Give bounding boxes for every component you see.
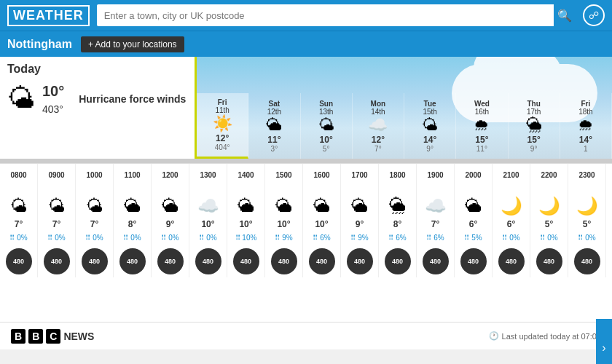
- forecast-icon: 🌧: [578, 116, 594, 135]
- bbc-b2: B: [28, 329, 43, 344]
- bbc-b1: B: [11, 329, 26, 344]
- search-button[interactable]: 🔍: [554, 4, 576, 26]
- hourly-scroll: 0800 🌤 7° ⠿ 0% 480 0900 🌤 7° ⠿ 0% 480 10…: [0, 164, 612, 277]
- hour-col-14: 2200 🌙 5° ⠿ 0% 480: [530, 164, 568, 277]
- footer: B B C NEWS 🕐 Last updated today at 07:00: [0, 322, 612, 349]
- scroll-right-arrow[interactable]: ›: [596, 319, 612, 364]
- forecast-strip: Fri 11th ☀️ 12° 404° Sat 12th 🌥 11° 3° S…: [197, 93, 612, 159]
- hour-col-8: 1600 🌥 10° ⠿ 6% 480: [303, 164, 341, 277]
- hour-icon: 🌥: [465, 193, 482, 219]
- hour-temp: 7°: [52, 219, 60, 234]
- forecast-low: 9°: [530, 145, 538, 153]
- hour-rain: ⠿ 9%: [350, 234, 368, 247]
- forecast-day-3[interactable]: Mon 14th ☁️ 12° 7°: [353, 93, 404, 159]
- hour-temp: 10°: [277, 219, 290, 234]
- hour-time: 0800: [10, 167, 26, 183]
- hour-rain: ⠿ 0%: [161, 234, 178, 247]
- location-icon-btn[interactable]: ☍: [583, 4, 605, 26]
- forecast-day-0[interactable]: Fri 11th ☀️ 12° 404°: [197, 93, 248, 159]
- hour-col-15: 2300 🌙 5° ⠿ 0% 480: [568, 164, 606, 277]
- header: WEATHER 🔍 ☍: [0, 0, 612, 31]
- last-updated: 🕐 Last updated today at 07:00: [489, 331, 601, 341]
- hour-rain: ⠿ 0%: [578, 234, 595, 247]
- forecast-day-1[interactable]: Sat 12th 🌥 11° 3°: [248, 93, 300, 159]
- hour-col-11: 1900 ☁️ 7° ⠿ 6% 480: [417, 164, 455, 277]
- forecast-day-name: Thu: [527, 100, 540, 108]
- forecast-day-date: 14th: [371, 108, 385, 116]
- forecast-day-date: 17th: [527, 108, 541, 116]
- forecast-icon: 🌤: [422, 116, 438, 135]
- hour-wind: 480: [157, 248, 184, 274]
- hour-time: 1800: [389, 167, 405, 183]
- forecast-low: 7°: [374, 145, 382, 153]
- hour-rain: ⠿ 0%: [540, 234, 557, 247]
- forecast-day-5[interactable]: Wed 16th 🌧 15° 11°: [456, 93, 508, 159]
- hour-rain: ⠿ 0%: [85, 234, 103, 247]
- hourly-section[interactable]: 0800 🌤 7° ⠿ 0% 480 0900 🌤 7° ⠿ 0% 480 10…: [0, 163, 612, 322]
- main-content: Today 🌤 10° 403° Hurricane force winds F…: [0, 57, 612, 159]
- forecast-day-date: 15th: [423, 108, 436, 116]
- hour-temp: 8°: [393, 219, 401, 234]
- hour-icon: 🌥: [313, 193, 331, 219]
- hour-temp: 9°: [356, 219, 364, 234]
- hour-rain: ⠿ 0%: [123, 234, 141, 247]
- forecast-icon: ☁️: [368, 116, 388, 135]
- forecast-icon: 🌦: [526, 116, 542, 135]
- forecast-day-2[interactable]: Sun 13th 🌤 10° 5°: [301, 93, 353, 159]
- hour-col-5: 1300 ☁️ 10° ⠿ 0% 480: [189, 164, 227, 277]
- forecast-day-4[interactable]: Tue 15th 🌤 14° 9°: [404, 93, 456, 159]
- forecast-icon: 🌧: [474, 116, 490, 135]
- hour-time: 2000: [465, 167, 481, 183]
- hour-rain: ⠿ 6%: [313, 234, 330, 247]
- forecast-day-name: Sun: [319, 100, 333, 108]
- search-input[interactable]: [97, 10, 554, 21]
- hour-wind: 480: [309, 248, 335, 274]
- hour-time: 2200: [541, 167, 557, 183]
- hour-icon: 🌙: [576, 193, 598, 219]
- hour-wind: 480: [574, 248, 600, 274]
- hour-wind: 480: [498, 248, 525, 274]
- hour-rain: ⠿ 0%: [199, 234, 216, 247]
- forecast-day-7[interactable]: Fri 18th 🌧 14° 1: [560, 93, 612, 159]
- hour-icon: 🌥: [238, 193, 255, 219]
- forecast-low: 3°: [271, 145, 278, 153]
- hour-icon: 🌥: [124, 193, 141, 219]
- hour-rain: ⠿ 6%: [388, 234, 406, 247]
- forecast-day-date: 13th: [319, 108, 333, 116]
- hour-icon: 🌦: [389, 193, 407, 219]
- hour-col-6: 1400 🌥 10° ⠿ 10% 480: [227, 164, 265, 277]
- hour-wind: 480: [195, 248, 221, 274]
- hour-wind: 480: [536, 248, 562, 274]
- hour-icon: 🌤: [10, 193, 28, 219]
- hour-rain: ⠿ 0%: [9, 234, 27, 247]
- hour-col-9: 1700 🌥 9° ⠿ 9% 480: [341, 164, 379, 277]
- hour-temp: 7°: [15, 219, 23, 234]
- location-name: Nottingham: [7, 38, 72, 51]
- bbc-b3: C: [46, 329, 60, 344]
- hour-icon: ☁️: [425, 193, 447, 219]
- forecast-low: 404°: [215, 143, 230, 151]
- hourly-wrapper: 0800 🌤 7° ⠿ 0% 480 0900 🌤 7° ⠿ 0% 480 10…: [0, 159, 612, 322]
- hour-temp: 5°: [545, 219, 553, 234]
- hour-wind: 480: [460, 248, 487, 274]
- weather-logo: WEATHER: [7, 5, 90, 26]
- forecast-high: 10°: [320, 135, 333, 145]
- forecast-low: 11°: [476, 145, 487, 153]
- forecast-day-6[interactable]: Thu 17th 🌦 15° 9°: [509, 93, 560, 159]
- today-description: Hurricane force winds: [79, 93, 186, 105]
- today-panel: Today 🌤 10° 403° Hurricane force winds: [0, 57, 197, 159]
- hour-icon: 🌥: [275, 193, 293, 219]
- hour-temp: 9°: [166, 219, 174, 234]
- today-label: Today: [7, 63, 187, 76]
- hour-rain: ⠿ 0%: [502, 234, 519, 247]
- today-weather: 🌤 10° 403° Hurricane force winds: [7, 80, 187, 117]
- forecast-day-name: Fri: [218, 98, 227, 106]
- hour-rain: ⠿ 0%: [47, 234, 65, 247]
- forecast-high: 12°: [216, 133, 229, 143]
- hour-rain: ⠿ 9%: [275, 234, 292, 247]
- hour-icon: 🌙: [538, 193, 560, 219]
- add-location-button[interactable]: + Add to your locations: [81, 36, 184, 52]
- hour-time: 1700: [351, 167, 367, 183]
- hour-temp: 10°: [315, 219, 328, 234]
- hour-col-2: 1000 🌤 7° ⠿ 0% 480: [76, 164, 114, 277]
